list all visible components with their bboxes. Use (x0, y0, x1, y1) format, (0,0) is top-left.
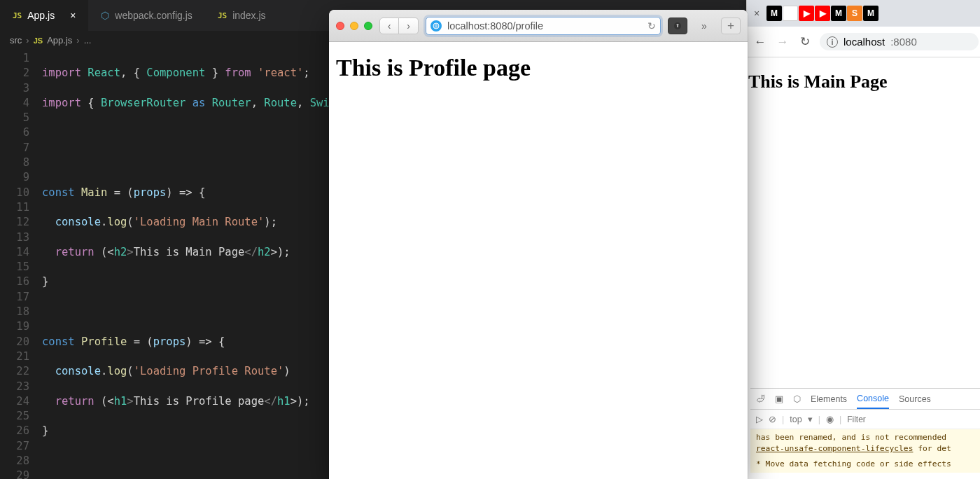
tab-label: index.js (232, 10, 265, 21)
tab-sources[interactable]: Sources (899, 394, 931, 404)
line-gutter: 1234567891011121314151617181920212223242… (0, 51, 42, 479)
forward-button[interactable]: → (775, 35, 790, 49)
device-icon[interactable]: ▣ (775, 394, 783, 404)
chrome-tab-strip: × M cb ▶ ▶ M S M (747, 0, 980, 27)
inspect-icon[interactable]: ⮰ (756, 394, 765, 404)
ext-medium-icon[interactable]: M (766, 6, 782, 21)
share-button[interactable] (668, 18, 687, 34)
tab-elements[interactable]: Elements (811, 394, 847, 404)
safari-address-bar[interactable]: ↻ (426, 17, 661, 35)
traffic-lights (336, 22, 372, 30)
chevron-down-icon[interactable]: ▾ (808, 414, 813, 424)
tab-console[interactable]: Console (857, 389, 889, 409)
play-icon[interactable]: ▷ (756, 414, 763, 424)
clear-icon[interactable]: ⊘ (769, 414, 776, 424)
tab-index-js[interactable]: JS index.js (205, 0, 279, 31)
webpack-icon: ⬡ (101, 10, 109, 21)
url-host: localhost (844, 36, 885, 48)
back-button[interactable]: ‹ (379, 18, 399, 34)
context-top[interactable]: top (790, 415, 802, 424)
devtools-tabs: ⮰ ▣ ⬡ Elements Console Sources (750, 389, 980, 410)
minimize-window-icon[interactable] (350, 22, 358, 30)
close-icon[interactable]: × (70, 10, 76, 21)
close-tab-icon[interactable]: × (750, 8, 764, 19)
new-tab-button[interactable]: + (721, 18, 741, 34)
safari-toolbar: ‹ › ↻ » + (329, 10, 748, 42)
tab-label: App.js (27, 10, 55, 21)
info-icon[interactable]: i (827, 36, 838, 48)
tab-webpack-config[interactable]: ⬡ webpack.config.js (88, 0, 205, 31)
nav-buttons: ‹ › (379, 18, 419, 34)
devtools-panel: ⮰ ▣ ⬡ Elements Console Sources ▷ ⊘ | top… (750, 388, 980, 479)
ext-youtube-icon[interactable]: ▶ (815, 6, 830, 21)
safari-window: ‹ › ↻ » + This is Profile page (329, 10, 748, 479)
page-heading: This is Main Page (748, 71, 980, 92)
chevron-right-icon: › (26, 35, 29, 46)
breadcrumb-src: src (10, 35, 22, 46)
reload-icon[interactable]: ↻ (648, 20, 656, 32)
devtools-filter-bar: ▷ ⊘ | top ▾ | ◉ | (750, 410, 980, 429)
chrome-viewport: This is Main Page (747, 57, 980, 106)
hex-icon[interactable]: ⬡ (793, 394, 801, 404)
ext-medium-icon[interactable]: M (863, 6, 878, 21)
ext-medium-icon[interactable]: M (831, 6, 846, 21)
page-heading: This is Profile page (336, 55, 741, 81)
console-link[interactable]: react-unsafe-component-lifecycles (756, 444, 913, 453)
zoom-window-icon[interactable] (364, 22, 372, 30)
url-input[interactable] (447, 20, 642, 32)
chevron-right-icon: › (76, 35, 79, 46)
forward-button[interactable]: › (399, 18, 419, 34)
tab-label: webpack.config.js (115, 10, 192, 21)
safari-viewport: This is Profile page (329, 42, 748, 94)
chrome-extensions: M cb ▶ ▶ M S M (764, 6, 878, 21)
tab-app-js[interactable]: JS App.js × (0, 0, 88, 31)
reload-button[interactable]: ↻ (797, 34, 813, 49)
chrome-window: × M cb ▶ ▶ M S M ← → ↻ i localhost:8080 … (746, 0, 980, 479)
breadcrumb-dots: ... (84, 35, 92, 46)
chrome-address-bar[interactable]: i localhost:8080 (820, 33, 979, 50)
code-lines[interactable]: import React, { Component } from 'react'… (42, 51, 342, 479)
filter-input[interactable] (847, 415, 980, 424)
eye-icon[interactable]: ◉ (826, 414, 834, 424)
js-icon: JS (218, 11, 227, 20)
ext-cb-icon[interactable]: cb (783, 6, 798, 21)
breadcrumb-file: App.js (47, 35, 72, 46)
console-output[interactable]: has been renamed, and is not recommended… (750, 429, 980, 473)
js-icon: JS (34, 36, 43, 45)
back-button[interactable]: ← (752, 35, 768, 49)
js-icon: JS (13, 11, 22, 20)
ext-stackoverflow-icon[interactable]: S (847, 6, 862, 21)
close-window-icon[interactable] (336, 22, 344, 30)
ext-youtube-icon[interactable]: ▶ (799, 6, 814, 21)
url-port: :8080 (890, 36, 917, 48)
tabs-overflow-button[interactable]: » (694, 18, 714, 34)
chrome-toolbar: ← → ↻ i localhost:8080 (747, 27, 980, 57)
globe-icon (430, 20, 442, 32)
